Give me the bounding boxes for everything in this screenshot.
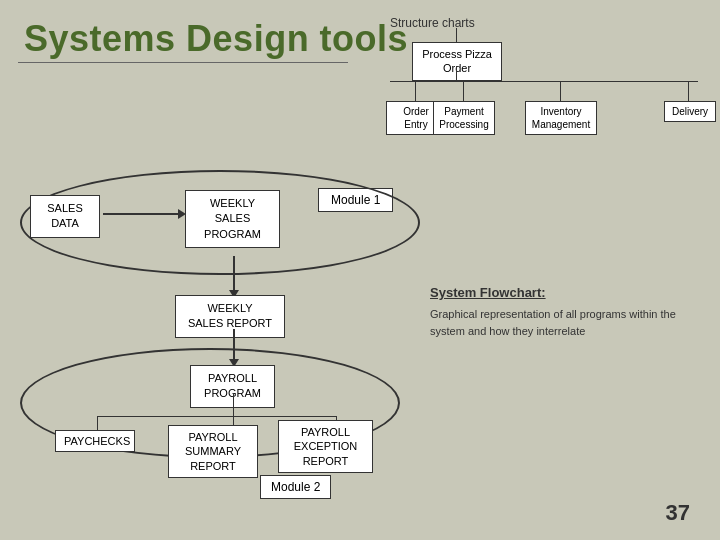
paychecks-box: PAYCHECKS (55, 430, 135, 452)
v-line-to-delivery (688, 81, 689, 101)
payroll-summary-box: PAYROLL SUMMARY REPORT (168, 425, 258, 478)
system-flowchart-section: System Flowchart: Graphical representati… (430, 285, 700, 339)
title-underline (18, 62, 348, 63)
v-down-from-payroll (233, 393, 234, 416)
payroll-exception-box: PAYROLL EXCEPTION REPORT (278, 420, 373, 473)
v-line-to-payment (463, 81, 464, 101)
payroll-h-line2 (233, 416, 337, 417)
vert-line-to-pizza (456, 28, 457, 42)
weekly-sales-program-box: WEEKLY SALES PROGRAM (185, 190, 280, 248)
page-title: Systems Design tools (24, 18, 408, 60)
payment-processing-box: Payment Processing (433, 101, 495, 135)
system-flowchart-title: System Flowchart: (430, 285, 700, 300)
v-line-pizza-to-h (456, 66, 457, 81)
inventory-management-box: Inventory Management (525, 101, 597, 135)
arrow-sales-program (103, 213, 182, 215)
sales-data-box: SALES DATA (30, 195, 100, 238)
v-line-to-paychecks (97, 416, 98, 430)
delivery-box: Delivery (664, 101, 716, 122)
h-connector-line (390, 81, 698, 82)
page-number: 37 (666, 500, 690, 526)
v-line-to-order-entry (415, 81, 416, 101)
arrow-program-to-report (233, 256, 235, 292)
v-line-to-inventory (560, 81, 561, 101)
system-flowchart-desc: Graphical representation of all programs… (430, 306, 700, 339)
module2-box: Module 2 (260, 475, 331, 499)
structure-charts-label: Structure charts (390, 16, 475, 30)
weekly-sales-report-box: WEEKLY SALES REPORT (175, 295, 285, 338)
process-pizza-box: Process Pizza Order (412, 42, 502, 81)
